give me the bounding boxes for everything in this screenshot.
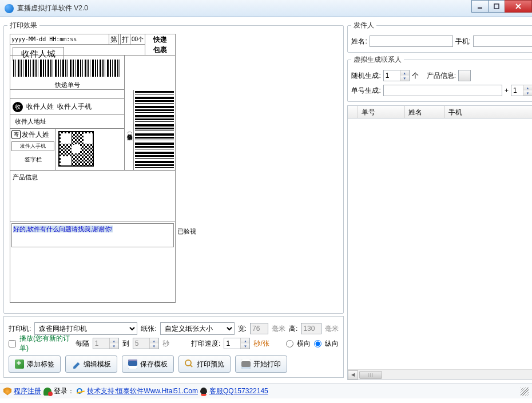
portrait-label: 纵向 [325,339,339,349]
svg-rect-1 [494,4,499,9]
play-checkbox[interactable] [9,340,16,347]
width-input [250,323,268,334]
generator-legend: 虚拟生成联系人 [351,55,404,65]
recipient-name: 收件人姓 [26,102,54,112]
print-preview-button[interactable]: 打印预览 [178,355,231,373]
label-preview: yyyy-MM-dd HH:mm:ss 第 打 00个 收件人城 快递 包裹 [10,34,176,303]
interval-to-spinner[interactable]: ▲▼ [133,338,159,349]
message-text: 好的,软件有什么问题请找我,谢谢你! [13,226,113,232]
send-badge-icon: 寄 [11,130,21,139]
minimize-button[interactable] [471,0,489,13]
print-icon [241,359,251,369]
tech-support-link[interactable]: 技术支持:恒泰软件Www.Htai51.Com [87,386,198,396]
generator-group: 虚拟生成联系人 随机生成: ▲▼ 个 产品信息: 单号生成: + ▲▼ 位 [347,55,532,102]
recipient-phone: 收件人手机 [57,102,92,112]
product-info-label: 产品信息: [427,71,456,81]
paper-label: 纸张: [141,324,156,334]
digits-spinner[interactable]: ▲▼ [511,85,532,96]
sender-phone: 发件人手机 [11,141,54,151]
random-gen-label: 随机生成: [351,71,380,81]
sender-phone-input[interactable] [473,35,532,47]
sender-name-label: 姓名: [351,37,367,46]
edit-template-button[interactable]: 编辑模板 [65,355,117,373]
svg-rect-0 [478,7,482,9]
landscape-label: 横向 [297,339,311,349]
ie-icon [77,388,85,396]
sender-legend: 发件人 [351,21,376,30]
printer-select[interactable]: 森雀网络打印机 [34,322,137,335]
order-prefix-input[interactable] [383,85,502,96]
window-title: 直播虚拟打单软件 V2.0 [17,3,472,13]
plus-icon [15,359,24,369]
list-body[interactable] [348,118,532,369]
speed-label: 打印速度: [191,339,220,349]
save-template-button[interactable]: 保存模板 [122,355,174,373]
printer-label: 打印机: [9,324,31,334]
height-unit: 毫米 [325,324,339,334]
print-preview-group: 打印效果 yyyy-MM-dd HH:mm:ss 第 打 00个 收件人城 快递 [3,21,344,314]
preview-legend: 打印效果 [7,21,39,30]
product-info-button[interactable] [458,70,471,81]
speed-spinner[interactable]: ▲▼ [224,338,250,349]
count-suffix: 00个 [130,35,145,44]
add-label-button[interactable]: 添加标签 [9,355,61,373]
col-order[interactable]: 单号 [358,106,405,118]
shield-icon [3,388,11,396]
speed-unit: 秒/张 [253,339,269,349]
seconds-label: 秒 [162,339,169,349]
sender-phone-label: 手机: [455,37,471,46]
save-icon [128,359,137,369]
close-button[interactable] [505,0,532,13]
sender-name: 发件人姓 [22,130,49,140]
interval-from-spinner[interactable]: ▲▼ [93,338,119,349]
kefu-link[interactable]: 客服QQ157322145 [209,386,268,396]
order-gen-label: 单号生成: [351,86,380,96]
interval-label: 每隔 [76,339,89,349]
settings-panel: 打印机: 森雀网络打印机 纸张: 自定义纸张大小 宽: 毫米 高: 毫米 播放(… [3,316,344,378]
sender-name-input[interactable] [370,35,453,47]
landscape-radio[interactable] [286,340,293,347]
scroll-left-button[interactable]: ◀ [348,370,358,380]
signature-label: 签字栏 [10,156,55,164]
random-unit: 个 [412,71,419,81]
width-unit: 毫米 [272,324,285,334]
print-label: 打 [120,34,130,45]
app-icon [5,4,14,13]
nth-label: 第 [109,34,119,45]
status-bar: 程序注册 登录： 技术支持:恒泰软件Www.Htai51.Com 客服QQ157… [0,384,532,398]
height-input [301,323,321,334]
register-link[interactable]: 程序注册 [14,386,41,396]
maximize-button[interactable] [488,0,505,13]
order-number-label: 快递单号 [10,81,124,90]
random-count-spinner[interactable]: ▲▼ [383,70,410,81]
col-handle [348,106,358,118]
resize-grip[interactable] [521,388,529,396]
width-label: 宽: [238,324,247,334]
height-label: 高: [289,324,297,334]
scroll-thumb[interactable]: ||| [359,371,382,379]
users-icon [43,388,51,396]
horizontal-barcode [10,56,124,81]
contact-list: 单号 姓名 手机 ◀ ||| ▶ [347,105,532,380]
to-label: 到 [122,339,129,349]
start-print-button[interactable]: 开始打印 [235,355,287,373]
message-box: 好的,软件有什么问题请找我,谢谢你! 已验视 [11,223,174,247]
datetime-format: yyyy-MM-dd HH:mm:ss [10,36,108,42]
product-info-section: 产品信息 [10,171,175,222]
col-name[interactable]: 姓名 [405,106,445,118]
qq-icon [200,388,207,396]
plus-label: + [505,86,509,94]
portrait-radio[interactable] [314,340,321,347]
verified-label: 已验视 [177,227,196,236]
receive-badge-icon: 收 [13,102,23,112]
paper-select[interactable]: 自定义纸张大小 [160,322,235,335]
title-bar: 直播虚拟打单软件 V2.0 [0,0,532,17]
vertical-barcode-label: 快递单号（坚） [125,90,134,170]
col-phone[interactable]: 手机 [445,106,532,118]
edit-icon [72,359,81,369]
list-header: 单号 姓名 手机 [348,106,532,118]
label-type-header: 快递 包裹 [145,34,175,55]
sender-group: 发件人 姓名: 手机: [347,21,532,53]
horizontal-scrollbar[interactable]: ◀ ||| ▶ [348,369,532,380]
login-label: 登录： [54,386,74,396]
